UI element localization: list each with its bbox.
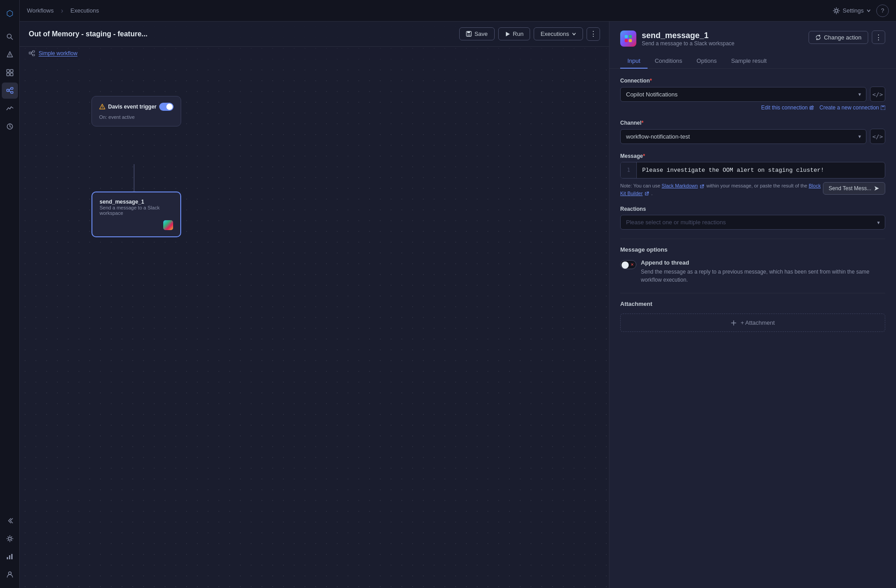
- create-connection-link[interactable]: Create a new connection: [819, 105, 885, 111]
- monitoring-icon[interactable]: [2, 100, 18, 117]
- svg-rect-32: [629, 35, 632, 38]
- message-note: Send Test Mess... Note: You can use Slac…: [620, 182, 885, 197]
- change-action-label: Change action: [824, 34, 861, 41]
- tab-sample-result[interactable]: Sample result: [724, 54, 774, 69]
- canvas-area: Out of Memory - staging - feature... Sav…: [20, 22, 609, 588]
- connector-line: [134, 164, 135, 191]
- message-field: Message* 1 Send Test Mess... Note: You c…: [620, 153, 885, 197]
- panel-header: send_message_1 Send a message to a Slack…: [609, 22, 896, 69]
- append-to-thread-label: Append to thread: [641, 259, 885, 266]
- trigger-node[interactable]: Davis event trigger On: event active: [91, 96, 181, 126]
- edit-connection-link[interactable]: Edit this connection: [761, 105, 814, 111]
- settings-label: Settings: [843, 7, 864, 14]
- action-node-desc: Send a message to a Slack workspace: [100, 205, 173, 216]
- executions-label: Executions: [540, 30, 569, 37]
- divider-2: [620, 293, 885, 293]
- svg-line-12: [9, 91, 11, 93]
- user-icon[interactable]: [2, 566, 18, 583]
- svg-marker-35: [874, 186, 879, 191]
- run-button[interactable]: Run: [498, 27, 531, 40]
- workflow-title: Out of Memory - staging - feature...: [29, 30, 454, 38]
- toggle-x-icon: ✕: [631, 262, 634, 267]
- svg-rect-34: [629, 39, 632, 42]
- divider-1: [620, 239, 885, 239]
- slack-icon: [163, 220, 173, 230]
- main-container: Workflows › Executions Settings ? Out of…: [20, 0, 896, 588]
- svg-rect-31: [625, 35, 628, 38]
- svg-rect-4: [7, 70, 9, 72]
- svg-rect-21: [467, 31, 470, 33]
- integrations-icon[interactable]: [2, 65, 18, 81]
- svg-rect-22: [467, 34, 470, 36]
- panel-title: send_message_1: [642, 31, 735, 40]
- logo-icon[interactable]: ⬡: [2, 5, 18, 22]
- change-action-button[interactable]: Change action: [809, 31, 868, 44]
- connection-select[interactable]: Copilot Notifications: [620, 87, 866, 102]
- breadcrumb-link[interactable]: Simple workflow: [39, 50, 78, 57]
- svg-line-11: [9, 88, 11, 91]
- svg-rect-8: [7, 89, 9, 91]
- save-button[interactable]: Save: [459, 27, 495, 40]
- reactions-field: Reactions Please select one or multiple …: [620, 206, 885, 230]
- toggle-knob: [622, 261, 629, 269]
- connection-links: Edit this connection Create a new connec…: [620, 105, 885, 111]
- tab-input[interactable]: Input: [620, 54, 648, 69]
- append-to-thread-toggle[interactable]: ✕: [620, 260, 636, 269]
- top-nav: Workflows › Executions Settings ?: [20, 0, 896, 22]
- history-icon[interactable]: [2, 118, 18, 135]
- save-label: Save: [474, 30, 488, 37]
- canvas-content[interactable]: Davis event trigger On: event active sen…: [20, 60, 609, 588]
- collapse-icon[interactable]: [2, 513, 18, 529]
- add-attachment-button[interactable]: + Attachment: [620, 314, 885, 332]
- svg-rect-7: [10, 73, 13, 76]
- canvas-more-button[interactable]: ⋮: [587, 27, 600, 41]
- connection-code-button[interactable]: </>: [870, 87, 885, 102]
- reactions-select[interactable]: Please select one or multiple reactions: [620, 215, 885, 230]
- sidebar: ⬡: [0, 0, 20, 588]
- panel-body: Connection* Copilot Notifications ▼ </>: [609, 69, 896, 588]
- channel-select[interactable]: workflow-notification-test: [620, 129, 866, 144]
- panel-more-button[interactable]: ⋮: [872, 30, 885, 44]
- action-node[interactable]: send_message_1 Send a message to a Slack…: [91, 192, 181, 237]
- channel-label: Channel*: [620, 120, 885, 126]
- connection-field: Connection* Copilot Notifications ▼ </>: [620, 78, 885, 111]
- nav-workflows[interactable]: Workflows: [27, 7, 54, 14]
- trigger-toggle[interactable]: [159, 103, 174, 111]
- svg-rect-17: [11, 554, 13, 559]
- svg-line-1: [11, 38, 13, 39]
- tab-conditions[interactable]: Conditions: [648, 54, 689, 69]
- svg-rect-24: [29, 52, 31, 54]
- settings-icon[interactable]: [2, 531, 18, 547]
- connection-select-wrapper: Copilot Notifications ▼: [620, 87, 866, 102]
- append-to-thread-desc: Send the message as a reply to a previou…: [641, 268, 885, 284]
- slack-markdown-link[interactable]: Slack Markdown: [661, 183, 698, 188]
- svg-point-14: [9, 537, 11, 540]
- svg-rect-5: [10, 70, 13, 72]
- reactions-label: Reactions: [620, 206, 885, 212]
- svg-rect-15: [7, 557, 8, 559]
- search-icon[interactable]: [2, 29, 18, 45]
- message-options-title: Message options: [620, 246, 885, 253]
- svg-point-19: [835, 9, 838, 12]
- channel-code-button[interactable]: </>: [870, 129, 885, 144]
- reactions-select-wrapper: Please select one or multiple reactions …: [620, 215, 885, 230]
- executions-button[interactable]: Executions: [534, 27, 583, 40]
- right-panel: send_message_1 Send a message to a Slack…: [609, 22, 896, 588]
- message-input[interactable]: [637, 162, 885, 178]
- settings-button[interactable]: Settings: [833, 7, 871, 14]
- panel-app-icon: [620, 30, 636, 47]
- send-test-button[interactable]: Send Test Mess...: [823, 182, 885, 195]
- tab-options[interactable]: Options: [689, 54, 724, 69]
- add-attachment-label: + Attachment: [740, 319, 774, 326]
- nav-executions[interactable]: Executions: [70, 7, 99, 14]
- canvas-header: Out of Memory - staging - feature... Sav…: [20, 22, 609, 47]
- workflow-container: Out of Memory - staging - feature... Sav…: [20, 22, 896, 588]
- svg-point-18: [9, 572, 11, 575]
- trigger-status: On: event active: [99, 114, 174, 120]
- channel-field: Channel* workflow-notification-test ▼ </…: [620, 120, 885, 144]
- alerts-icon[interactable]: [2, 47, 18, 63]
- breadcrumb: Simple workflow: [20, 47, 609, 60]
- analytics-icon[interactable]: [2, 549, 18, 565]
- workflows-icon[interactable]: [2, 83, 18, 99]
- help-icon[interactable]: ?: [876, 4, 889, 17]
